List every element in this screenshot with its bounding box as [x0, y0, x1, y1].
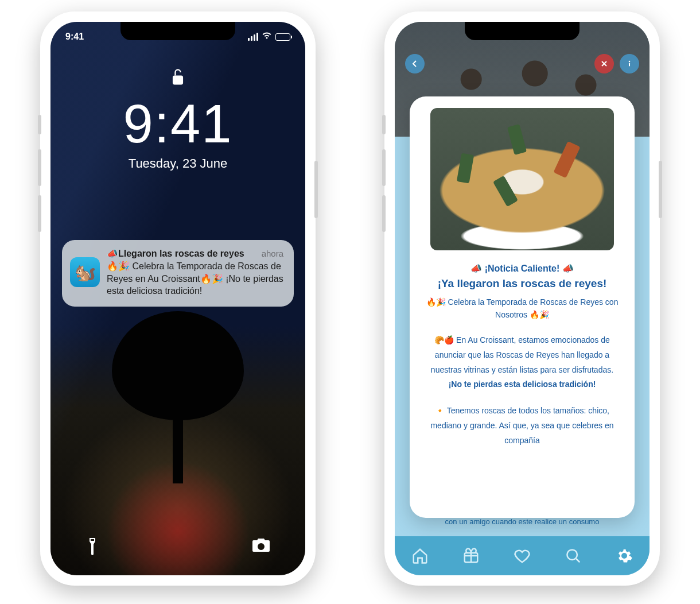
- unlock-icon: [50, 68, 305, 90]
- phone-right-frame: con un amigo cuando este realice un cons…: [384, 11, 660, 586]
- card-subtitle: 🔥🎉 Celebra la Temporada de Roscas de Rey…: [425, 296, 620, 322]
- svg-point-1: [629, 61, 631, 63]
- underlay-text: con un amigo cuando este realice un cons…: [445, 517, 600, 526]
- info-button[interactable]: [620, 54, 639, 73]
- phone-left-frame: 9:41: [40, 11, 316, 586]
- app-background: con un amigo cuando este realice un cons…: [395, 22, 650, 575]
- nav-search[interactable]: [559, 542, 587, 570]
- card-paragraph-2: 🔸 Tenemos roscas de todos los tamaños: c…: [425, 404, 620, 448]
- wifi-icon: [262, 32, 272, 42]
- svg-point-4: [567, 549, 577, 560]
- bottom-nav: [395, 536, 650, 575]
- notch: [465, 22, 580, 40]
- lockscreen-time: 9:41: [50, 93, 305, 155]
- notch: [120, 22, 235, 40]
- flashlight-button[interactable]: [85, 537, 100, 560]
- battery-icon: [275, 33, 290, 41]
- camera-button[interactable]: [251, 537, 271, 560]
- svg-rect-2: [629, 63, 630, 67]
- card-headline: 📣 ¡Noticia Caliente! 📣: [425, 263, 620, 274]
- back-button[interactable]: [405, 54, 425, 73]
- notification-title: 📣Llegaron las roscas de reyes: [107, 248, 244, 259]
- lockscreen-wallpaper: 9:41: [50, 22, 305, 575]
- card-title: ¡Ya llegaron las roscas de reyes!: [425, 277, 620, 290]
- detail-card: 📣 ¡Noticia Caliente! 📣 ¡Ya llegaron las …: [410, 96, 635, 518]
- notification-app-icon: 🐿️: [70, 257, 100, 287]
- notification-time: ahora: [262, 249, 283, 258]
- status-time: 9:41: [65, 32, 84, 42]
- notification-card[interactable]: 🐿️ 📣Llegaron las roscas de reyes ahora 🔥…: [62, 240, 294, 307]
- svg-rect-0: [173, 76, 183, 85]
- nav-heart[interactable]: [508, 542, 536, 570]
- close-button[interactable]: [594, 54, 614, 73]
- nav-home[interactable]: [406, 542, 434, 570]
- nav-settings[interactable]: [610, 542, 638, 570]
- nav-gift[interactable]: [457, 542, 485, 570]
- lockscreen-date: Tuesday, 23 June: [50, 156, 305, 171]
- notification-body: 🔥🎉 Celebra la Temporada de Roscas de Rey…: [107, 260, 283, 297]
- signal-icon: [248, 33, 258, 41]
- card-paragraph-1: 🥐🍎 En Au Croissant, estamos emocionados …: [425, 333, 620, 393]
- card-hero-image: [430, 108, 614, 250]
